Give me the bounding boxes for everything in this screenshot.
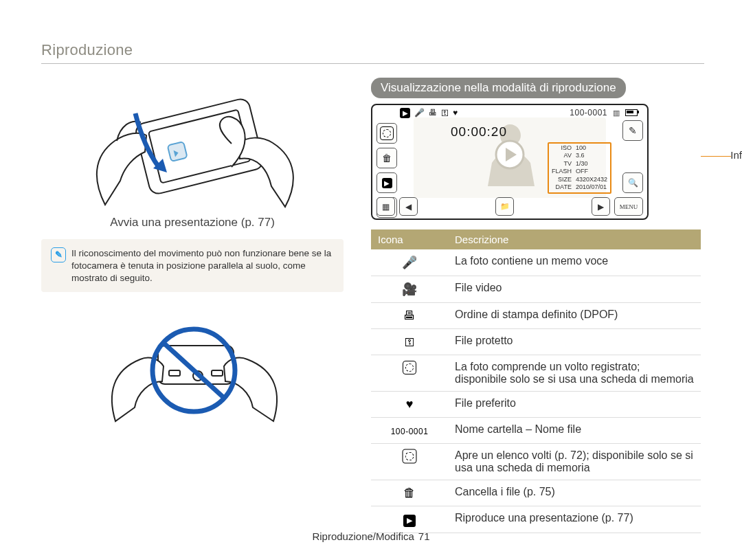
- note-box: ✎ Il riconoscimento del movimento può no…: [41, 239, 344, 292]
- face-list-icon: [371, 444, 448, 480]
- printer-icon: 🖶: [371, 303, 448, 329]
- edit-icon[interactable]: ✎: [622, 120, 643, 141]
- note-icon: ✎: [51, 247, 66, 262]
- svg-rect-6: [212, 370, 223, 376]
- note-text: Il riconoscimento del movimento può non …: [71, 247, 334, 284]
- trash-icon: 🗑: [371, 480, 448, 506]
- zoom-icon[interactable]: 🔍: [622, 172, 643, 193]
- grid-button[interactable]: ▦: [376, 197, 395, 216]
- key-icon: ⚿: [441, 109, 449, 119]
- battery-icon: [625, 109, 638, 116]
- memory-icon: ▥: [613, 109, 620, 117]
- prohibited-illustration: [103, 304, 282, 435]
- lcd-timer: 00:00:20: [451, 124, 507, 139]
- page-title: Riproduzione: [41, 41, 704, 59]
- playback-icon: ▶: [400, 108, 410, 118]
- tilt-illustration: [79, 78, 306, 212]
- heart-icon: ♥: [453, 108, 458, 118]
- row-desc: Cancella i file (p. 75): [448, 480, 701, 506]
- svg-rect-2: [168, 142, 188, 161]
- row-desc: Riproduce una presentazione (p. 77): [448, 506, 701, 533]
- svg-rect-5: [169, 370, 180, 376]
- slideshow-icon[interactable]: ▶: [376, 172, 397, 193]
- row-desc: File video: [448, 276, 701, 303]
- face-list-icon[interactable]: [376, 123, 397, 144]
- printer-icon: 🖶: [429, 108, 437, 118]
- file-number: 100-0001: [570, 108, 607, 117]
- folder-button[interactable]: 📁: [495, 197, 514, 216]
- callout-label: Informazioni: [730, 149, 742, 161]
- page-footer: Riproduzione/Modifica71: [0, 530, 742, 542]
- illustration-caption: Avvia una presentazione (p. 77): [41, 216, 344, 229]
- th-icon: Icona: [371, 229, 448, 249]
- icon-description-table: Icona Descrizione 🎤La foto contiene un m…: [371, 229, 701, 533]
- lcd-top-icons: ▶ 🎤 🖶 ⚿ ♥: [400, 108, 458, 118]
- row-desc: La foto contiene un memo voce: [448, 249, 701, 276]
- mic-icon: 🎤: [414, 108, 425, 118]
- section-heading: Visualizzazione nella modalità di riprod…: [371, 78, 626, 98]
- th-desc: Descrizione: [448, 229, 701, 249]
- row-desc: File preferito: [448, 392, 701, 418]
- row-desc: File protetto: [448, 329, 701, 355]
- key-icon: ⚿: [371, 329, 448, 355]
- file-number-icon: 100-0001: [371, 418, 448, 444]
- playbox-icon: ▶: [371, 506, 448, 533]
- row-desc: Ordine di stampa definito (DPOF): [448, 303, 701, 329]
- mic-icon: 🎤: [371, 249, 448, 276]
- menu-button[interactable]: MENU: [614, 197, 643, 216]
- row-desc: La foto comprende un volto registrato; d…: [448, 355, 701, 392]
- prev-button[interactable]: ◀: [399, 197, 418, 216]
- title-rule: [41, 63, 704, 64]
- trash-icon[interactable]: 🗑: [376, 148, 397, 168]
- video-icon: 🎥: [371, 276, 448, 303]
- camera-lcd: ▶ 🎤 🖶 ⚿ ♥ 100-0001 ▥ 00:00:20 🗑: [371, 104, 649, 220]
- row-desc: Nome cartella – Nome file: [448, 418, 701, 444]
- info-overlay: ISO100 AV3.6 TV1/30 FLASHOFF SIZE4320X24…: [548, 142, 611, 194]
- next-button[interactable]: ▶: [592, 197, 610, 216]
- row-desc: Apre un elenco volti (p. 72); disponibil…: [448, 444, 701, 480]
- face-icon: [371, 355, 448, 392]
- callout-line: [701, 156, 731, 157]
- heart-icon: ♥: [371, 392, 448, 418]
